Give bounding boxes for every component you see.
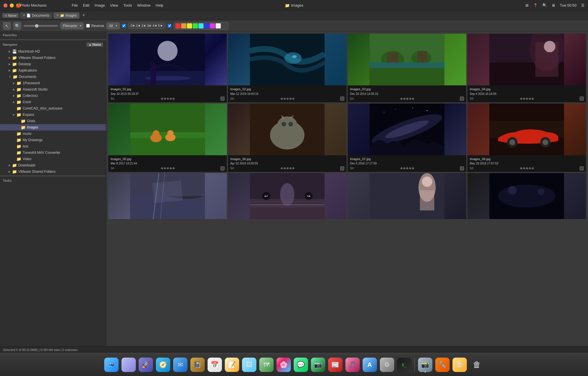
sidebar-item-documents[interactable]: ▼ 📁 Documents [0,74,106,80]
sidebar-item-applications[interactable]: ▶ 📁 Applications [0,67,106,74]
menu-edit[interactable]: Edit [83,3,89,7]
color-blue[interactable] [204,23,209,28]
sidebar-item-images[interactable]: ▶ 📁 Images [0,124,106,131]
dock-item-appstore[interactable]: A [362,357,378,373]
color-red[interactable] [175,23,181,28]
sidebar-item-desktop[interactable]: ▶ 📁 Desktop [0,61,106,67]
dock-item-safari[interactable]: 🧭 [155,357,171,373]
photo-cell-7[interactable]: Images_07.jpg Dec 6 2016 17:17:59 S#: [347,103,467,173]
color-cyan[interactable] [198,23,204,28]
photo-checkbox-1[interactable] [220,97,225,101]
search-tool-button[interactable]: 🔍 [13,22,21,30]
dock-item-finder[interactable] [104,357,119,373]
dock-item-mail[interactable]: ✉ [173,357,188,373]
sidebar-resize-handle[interactable] [0,175,106,177]
tab-documents[interactable]: ✕ 📄 Documents [20,12,52,19]
cursor-tool-button[interactable]: ↖ [3,22,11,30]
dock-item-trash[interactable]: 🗑 [469,357,485,373]
sidebar-item-enpass[interactable]: ▶ 📁 Enpass [0,112,106,118]
menu-file[interactable]: File [72,3,78,7]
menu-help[interactable]: Help [156,3,163,7]
photo-checkbox-8[interactable] [580,166,584,170]
dock-item-archive[interactable]: 🗜 [452,357,467,373]
color-green[interactable] [193,23,198,28]
photo-cell-6[interactable]: Images_06.jpg Apr 10 2018 18:05:59 S#: [227,103,347,173]
dock-item-news[interactable]: 📰 [328,357,343,373]
photo-checkbox-5[interactable] [220,166,225,170]
photo-cell-8[interactable]: Images_08.jpg May 29 2018 17:57:53 S#: [467,103,587,173]
menu-window[interactable]: Window [137,3,150,7]
dock-item-photos[interactable]: 🌸 [276,357,291,373]
photo-cell-3[interactable]: Images_03.jpg Dec 20 2014 14:05:15 S#: [347,33,467,103]
dock-item-noteshelf[interactable]: 📓 [190,357,205,373]
photo-cell-9[interactable] [108,172,227,220]
dock-item-terminal[interactable]: $_ [396,357,412,373]
color-gray[interactable] [221,23,227,28]
sidebar-item-drawings[interactable]: ▶ 📁 My Drawings [0,137,106,143]
rating-filter-checkbox[interactable] [122,24,126,28]
name-badge-favorites[interactable]: ▲ Name [2,13,19,18]
dock-item-launchpad[interactable]: 🚀 [138,357,154,373]
dock-item-calendar[interactable]: 📅 [207,357,223,373]
dock-item-preview[interactable]: 🖼 [241,357,257,373]
sidebar-item-vmware[interactable]: ▶ 📁 VMware Shared Folders [0,55,106,61]
sidebar-item-video[interactable]: ▶ 📁 Video [0,156,106,162]
dock-item-syspref[interactable]: ⚙ [379,357,395,373]
photo-checkbox-4[interactable] [580,97,584,101]
sidebar-item-aiseesoft[interactable]: ▶ 📁 Aiseesoft Studio [0,86,106,93]
photo-cell-2[interactable]: Images_02.jpg Mar 12 2019 19:40:15 S#: [227,33,347,103]
sort-select[interactable]: Filename [60,22,84,29]
sidebar-item-downloads[interactable]: ▶ 📁 Downloads [0,162,106,168]
sidebar-item-tuneskit[interactable]: ▶ 📁 TunesKit M4V Converter [0,149,106,156]
sidebar-item-music[interactable]: ▶ 📁 music [0,131,106,137]
control-center-icon[interactable]: ⊞ [525,3,529,7]
tab-images[interactable]: ✕ 📁 Images [53,12,80,19]
zoom-slider-thumb[interactable] [35,24,38,28]
tab-close-documents[interactable]: ✕ [23,14,25,17]
photo-cell-1[interactable]: Images_01.jpg Sep 10 2015 05:29:37 S#: [108,33,227,103]
dock-item-notes[interactable]: 📝 [224,357,240,373]
close-button[interactable] [3,3,7,7]
next-arrow-icon[interactable]: ↪ [305,192,313,200]
tab-close-images[interactable]: ✕ [56,14,59,17]
sidebar-item-collectorz[interactable]: ▶ 📁 Collectorz [0,93,106,99]
reverse-checkbox[interactable] [86,24,90,28]
tab-add-button[interactable]: + [81,12,87,18]
sidebar-item-vmware2[interactable]: ▶ 📁 VMware Shared Folders [0,168,106,175]
navigator-name-badge[interactable]: ▲ Name [86,43,103,47]
dock-item-maps[interactable]: 🗺 [259,357,274,373]
menu-view[interactable]: View [110,3,118,7]
sidebar-item-corelcad[interactable]: ▶ 📁 CorelCAD_dmx_autosave [0,105,106,112]
photo-checkbox-6[interactable] [340,166,344,170]
dock-item-messages[interactable]: 💬 [293,357,309,373]
photo-cell-12[interactable] [467,172,587,220]
color-white[interactable] [216,23,221,28]
photo-checkbox-3[interactable] [460,97,464,101]
photo-checkbox-2[interactable] [340,97,344,101]
sidebar-item-1password[interactable]: ▶ 📁 1Password [0,80,106,86]
star-rating-bar[interactable]: 0★ 1★ 2★ 3★ 4★ 5★ [128,23,165,29]
color-purple[interactable] [210,23,215,28]
dock-item-facetime[interactable]: 📷 [310,357,326,373]
photo-checkbox-7[interactable] [460,166,464,170]
sidebar-item-grids[interactable]: ▶ 📁 Grids [0,118,106,124]
sidebar-item-test[interactable]: ▶ 📁 test [0,143,106,149]
photo-cell-5[interactable]: Images_05.jpg Mar 8 2017 18:21:44 S#: [108,103,227,173]
dock-item-photomset[interactable]: 🔧 [435,357,450,373]
prev-arrow-icon[interactable]: ↩ [262,192,270,200]
search-icon[interactable]: 🔍 [542,3,547,7]
photo-cell-4[interactable]: Images_04.jpg Sep 4 2016 16:16:04 S#: [467,33,587,103]
menu-image[interactable]: Image [94,3,105,7]
sidebar-item-corel[interactable]: ▶ 📁 Corel [0,99,106,105]
favorites-resize-handle[interactable] [0,39,106,40]
menu-tools[interactable]: Tools [123,3,132,7]
color-orange[interactable] [181,23,186,28]
dock-item-music[interactable]: 🎵 [345,357,360,373]
color-yellow[interactable] [187,23,192,28]
sidebar-item-macintosh-hd[interactable]: ▶ 💾 Macintosh HD [0,48,106,55]
photo-cell-11[interactable] [347,172,467,220]
menu-icon[interactable]: ☰ [581,3,585,7]
color-filter-checkbox[interactable] [168,24,171,28]
dock-item-photomechanic[interactable]: 📸 [417,357,433,373]
filter-select[interactable]: All [107,22,120,29]
